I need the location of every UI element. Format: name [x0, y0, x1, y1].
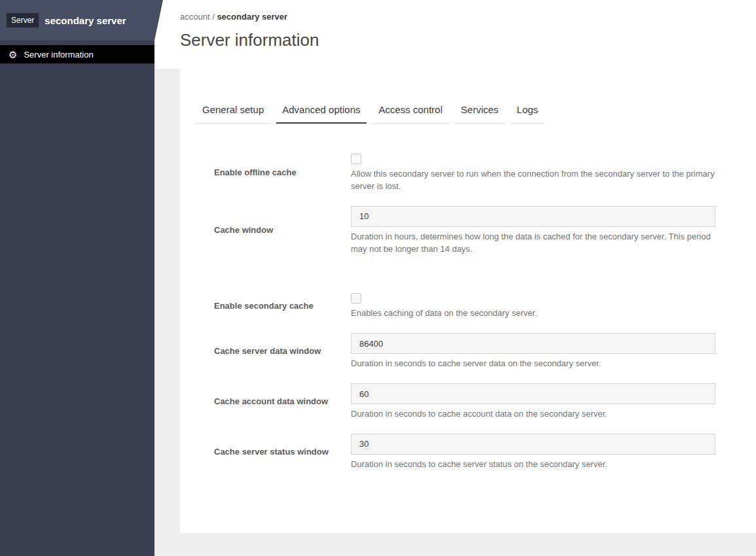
server-badge: Server	[7, 13, 39, 27]
tab-general-setup[interactable]: General setup	[196, 98, 270, 124]
sidebar-header: Server secondary server	[0, 0, 154, 41]
field-label-cache-account-data-window: Cache account data window	[196, 396, 351, 408]
field-area-cache-account-data-window: Duration in seconds to cache account dat…	[351, 383, 715, 421]
form-row-enable-secondary-cache: Enable secondary cacheEnables caching of…	[196, 293, 756, 320]
breadcrumb: account / secondary server	[180, 12, 756, 22]
field-label-cache-window: Cache window	[196, 225, 351, 236]
field-area-cache-server-data-window: Duration in seconds to cache server data…	[351, 333, 715, 370]
form-row-cache-window: Cache windowDuration in hours, determine…	[196, 206, 756, 256]
field-area-enable-secondary-cache: Enables caching of data on the secondary…	[351, 293, 715, 320]
cache-server-status-window-input[interactable]	[351, 434, 715, 455]
sidebar-item-server-information[interactable]: ⚙ Server information	[0, 45, 154, 63]
tab-advanced-options[interactable]: Advanced options	[276, 98, 366, 124]
field-label-enable-secondary-cache: Enable secondary cache	[196, 301, 351, 312]
field-label-cache-server-data-window: Cache server data window	[196, 346, 351, 357]
cache-server-data-window-input[interactable]	[351, 333, 715, 354]
field-area-cache-window: Duration in hours, determines how long t…	[351, 206, 715, 256]
form-row-cache-server-status-window: Cache server status windowDuration in se…	[196, 434, 756, 471]
form-row-cache-account-data-window: Cache account data windowDuration in sec…	[196, 383, 756, 421]
server-info-card: General setupAdvanced optionsAccess cont…	[180, 69, 756, 533]
help-text-enable-offline-cache: Allow this secondary server to run when …	[351, 168, 715, 193]
field-label-enable-offline-cache: Enable offline cache	[196, 167, 351, 179]
form-row-enable-offline-cache: Enable offline cacheAllow this secondary…	[196, 154, 756, 193]
cache-window-input[interactable]	[351, 206, 715, 227]
help-text-cache-window: Duration in hours, determines how long t…	[351, 231, 715, 256]
enable-offline-cache-checkbox[interactable]	[351, 154, 361, 164]
tab-logs[interactable]: Logs	[511, 98, 545, 124]
cache-account-data-window-input[interactable]	[351, 383, 715, 404]
help-text-cache-server-status-window: Duration in seconds to cache server stat…	[351, 459, 715, 471]
help-text-cache-server-data-window: Duration in seconds to cache server data…	[351, 358, 715, 370]
enable-secondary-cache-checkbox[interactable]	[351, 293, 361, 304]
breadcrumb-separator: /	[210, 12, 217, 22]
breadcrumb-current: secondary server	[217, 12, 287, 22]
field-area-enable-offline-cache: Allow this secondary server to run when …	[351, 154, 715, 193]
sidebar-server-name: secondary server	[45, 15, 126, 26]
main-content: account / secondary server Server inform…	[154, 0, 756, 556]
field-label-cache-server-status-window: Cache server status window	[196, 447, 351, 458]
tab-access-control[interactable]: Access control	[373, 98, 449, 124]
tab-services[interactable]: Services	[455, 98, 505, 124]
help-text-enable-secondary-cache: Enables caching of data on the secondary…	[351, 307, 715, 320]
form: Enable offline cacheAllow this secondary…	[196, 154, 756, 471]
page-title: Server information	[180, 30, 756, 50]
app-window: Server secondary server ⚙ Server informa…	[0, 0, 756, 556]
form-row-cache-server-data-window: Cache server data windowDuration in seco…	[196, 333, 756, 370]
sidebar-item-label: Server information	[24, 50, 93, 60]
page-header: account / secondary server Server inform…	[154, 0, 756, 69]
field-area-cache-server-status-window: Duration in seconds to cache server stat…	[351, 434, 715, 471]
help-text-cache-account-data-window: Duration in seconds to cache account dat…	[351, 408, 715, 421]
sidebar: Server secondary server ⚙ Server informa…	[0, 0, 154, 556]
gear-icon: ⚙	[9, 50, 17, 60]
breadcrumb-account-link[interactable]: account	[180, 12, 210, 22]
tabs: General setupAdvanced optionsAccess cont…	[196, 98, 756, 124]
